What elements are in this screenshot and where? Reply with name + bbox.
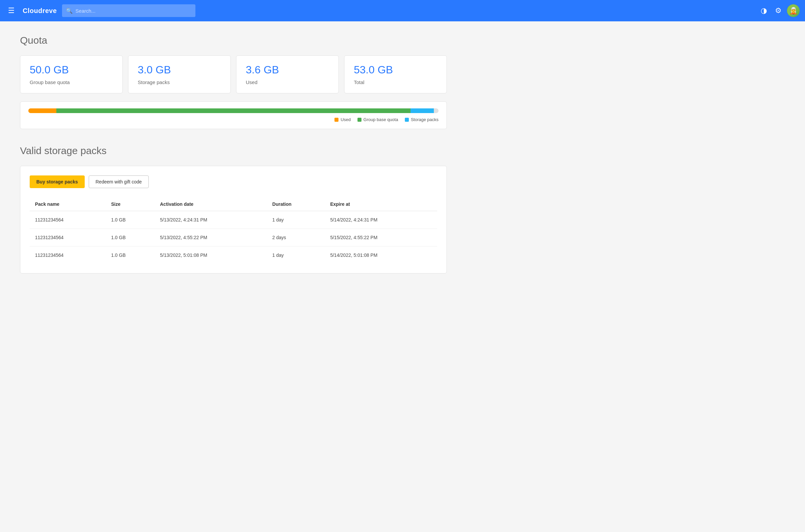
cell-expire-at: 5/14/2022, 5:01:08 PM <box>325 246 437 264</box>
quota-base-value: 50.0 GB <box>30 64 113 76</box>
buy-storage-packs-button[interactable]: Buy storage packs <box>30 175 85 188</box>
packs-table-body: 11231234564 1.0 GB 5/13/2022, 4:24:31 PM… <box>30 211 437 264</box>
logo: Cloudreve <box>23 7 57 15</box>
quota-packs-label: Storage packs <box>138 79 221 85</box>
search-input[interactable] <box>75 8 191 14</box>
progress-bar-base <box>56 108 411 113</box>
progress-bar-track <box>28 108 439 113</box>
col-pack-name: Pack name <box>30 197 106 211</box>
col-activation-date: Activation date <box>155 197 267 211</box>
progress-container: Used Group base quota Storage packs <box>20 101 447 129</box>
progress-legend: Used Group base quota Storage packs <box>28 117 439 122</box>
main-content: Quota 50.0 GB Group base quota 3.0 GB St… <box>0 21 467 287</box>
cell-pack-name: 11231234564 <box>30 211 106 229</box>
search-icon: 🔍 <box>66 8 73 14</box>
avatar[interactable]: 🧝 <box>787 4 800 17</box>
col-expire-at: Expire at <box>325 197 437 211</box>
cell-activation-date: 5/13/2022, 4:55:22 PM <box>155 229 267 246</box>
quota-packs-value: 3.0 GB <box>138 64 221 76</box>
theme-icon[interactable]: ◑ <box>758 4 770 18</box>
legend-base-label: Group base quota <box>363 117 398 122</box>
table-row: 11231234564 1.0 GB 5/13/2022, 4:24:31 PM… <box>30 211 437 229</box>
quota-card-used: 3.6 GB Used <box>236 55 339 93</box>
cell-pack-name: 11231234564 <box>30 246 106 264</box>
legend-dot-packs <box>405 118 409 122</box>
cell-size: 1.0 GB <box>106 229 155 246</box>
col-duration: Duration <box>267 197 325 211</box>
quota-used-value: 3.6 GB <box>246 64 329 76</box>
progress-bar-used <box>28 108 56 113</box>
legend-packs-label: Storage packs <box>411 117 439 122</box>
table-row: 11231234564 1.0 GB 5/13/2022, 4:55:22 PM… <box>30 229 437 246</box>
packs-section: Valid storage packs Buy storage packs Re… <box>20 145 447 273</box>
quota-card-total: 53.0 GB Total <box>344 55 447 93</box>
cell-size: 1.0 GB <box>106 211 155 229</box>
settings-icon[interactable]: ⚙ <box>772 4 784 18</box>
cell-duration: 2 days <box>267 229 325 246</box>
quota-title: Quota <box>20 35 447 46</box>
avatar-image: 🧝 <box>787 4 800 17</box>
redeem-gift-code-button[interactable]: Redeem with gift code <box>89 175 149 188</box>
cell-duration: 1 day <box>267 211 325 229</box>
quota-total-label: Total <box>354 79 437 85</box>
packs-table: Pack name Size Activation date Duration … <box>30 197 437 264</box>
cell-duration: 1 day <box>267 246 325 264</box>
cell-activation-date: 5/13/2022, 4:24:31 PM <box>155 211 267 229</box>
legend-dot-used <box>334 118 339 122</box>
quota-card-packs: 3.0 GB Storage packs <box>128 55 231 93</box>
quota-used-label: Used <box>246 79 329 85</box>
cell-activation-date: 5/13/2022, 5:01:08 PM <box>155 246 267 264</box>
col-size: Size <box>106 197 155 211</box>
packs-table-header: Pack name Size Activation date Duration … <box>30 197 437 211</box>
quota-cards: 50.0 GB Group base quota 3.0 GB Storage … <box>20 55 447 93</box>
packs-card: Buy storage packs Redeem with gift code … <box>20 166 447 273</box>
progress-bar-packs <box>410 108 434 113</box>
header: ☰ Cloudreve 🔍 ◑ ⚙ 🧝 <box>0 0 805 21</box>
cell-expire-at: 5/15/2022, 4:55:22 PM <box>325 229 437 246</box>
packs-actions: Buy storage packs Redeem with gift code <box>30 175 437 188</box>
legend-used-label: Used <box>341 117 350 122</box>
cell-expire-at: 5/14/2022, 4:24:31 PM <box>325 211 437 229</box>
legend-packs: Storage packs <box>405 117 439 122</box>
cell-pack-name: 11231234564 <box>30 229 106 246</box>
legend-base: Group base quota <box>358 117 398 122</box>
table-row: 11231234564 1.0 GB 5/13/2022, 5:01:08 PM… <box>30 246 437 264</box>
packs-title: Valid storage packs <box>20 145 447 156</box>
cell-size: 1.0 GB <box>106 246 155 264</box>
quota-base-label: Group base quota <box>30 79 113 85</box>
menu-icon[interactable]: ☰ <box>5 4 17 18</box>
header-actions: ◑ ⚙ 🧝 <box>758 4 800 18</box>
search-bar[interactable]: 🔍 <box>62 4 195 17</box>
legend-dot-base <box>358 118 362 122</box>
quota-total-value: 53.0 GB <box>354 64 437 76</box>
legend-used: Used <box>334 117 350 122</box>
quota-card-base: 50.0 GB Group base quota <box>20 55 123 93</box>
